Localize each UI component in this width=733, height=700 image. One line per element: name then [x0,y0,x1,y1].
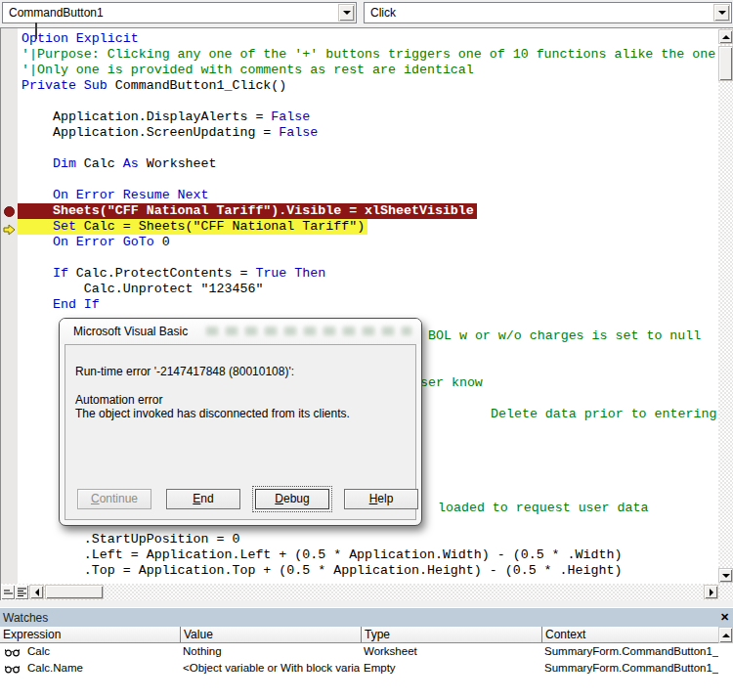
code-line[interactable]: Application.ScreenUpdating = False [18,125,318,141]
event-dropdown[interactable]: Click [364,2,732,23]
watch-cell: Calc.Name [27,662,179,677]
current-statement-arrow-icon [3,222,16,240]
horizontal-scrollbar[interactable] [1,584,733,600]
code-line[interactable]: On Error GoTo 0 [18,235,170,250]
column-header-type: Type [362,627,542,642]
watch-cell: Empty [364,662,540,677]
continue-button[interactable]: Continue [77,489,151,509]
code-line[interactable]: Private Sub CommandButton1_Click() [18,78,286,94]
error-code-text: Run-time error '-2147417848 (80010108)': [75,365,294,378]
vertical-scrollbar[interactable] [718,28,733,584]
help-button[interactable]: Help [344,489,418,509]
code-line[interactable]: '|Purpose: Clicking any one of the '+' b… [18,47,715,63]
watches-list: CalcNothingWorksheetSummaryForm.CommandB… [0,644,718,700]
watch-row[interactable]: CalcNothingWorksheetSummaryForm.CommandB… [0,644,718,661]
code-line[interactable]: Set Calc = Sheets("CFF National Tariff") [18,219,367,235]
arrow-up-icon [722,35,730,39]
dialog-content: Run-time error '-2147417848 (80010108)':… [65,344,416,520]
error-dialog: Microsoft Visual Basic Run-time error '-… [59,318,422,526]
column-header-context: Context [542,627,718,642]
code-comment-fragment: loaded to request user data [438,501,648,516]
breakpoint-indicator-icon[interactable] [4,206,15,217]
procedure-view-icon [4,589,13,596]
breakpoint-margin[interactable] [1,28,18,584]
end-button[interactable]: End [166,489,240,509]
error-message-line1: Automation error [75,393,162,407]
scroll-down-button[interactable] [718,568,733,583]
watch-glasses-icon [5,648,20,657]
code-line[interactable]: Application.DisplayAlerts = False [18,109,310,125]
code-line[interactable]: '|Only one is provided with comments as … [18,63,474,78]
event-dropdown-button[interactable] [713,4,730,22]
watches-scroll-up-button[interactable] [718,627,733,643]
code-line[interactable]: On Error Resume Next [18,188,209,203]
text-caret [35,22,37,39]
watch-row[interactable]: Calc.Name<Object variable or With block … [0,661,718,678]
close-icon[interactable]: ✕ [717,610,732,625]
code-line[interactable]: Sheets("CFF National Tariff").Visible = … [18,203,477,219]
dialog-title: Microsoft Visual Basic [73,325,188,338]
arrow-up-icon [722,634,730,637]
full-module-view-icon [18,588,26,596]
watches-panel: Watches ✕ Expression Value Type Context … [0,607,733,700]
watch-glasses-icon [5,665,20,674]
object-dropdown[interactable]: CommandButton1 [2,2,357,23]
code-comment-fragment: ser know [420,375,483,391]
horizontal-scrollbar-thumb[interactable] [45,585,104,599]
code-line[interactable]: Dim Calc As Worksheet [18,156,217,172]
watch-cell: Calc [27,645,179,660]
code-comment-fragment: BOL w or w/o charges is set to null [428,328,701,344]
arrow-down-icon [722,574,730,578]
scroll-left-button[interactable] [29,585,44,599]
scroll-right-button[interactable] [704,585,718,599]
glass-blur-decoration [206,327,411,335]
object-dropdown-value: CommandButton1 [9,6,104,20]
arrow-left-icon [35,589,39,596]
chevron-down-icon [343,11,351,15]
arrow-right-icon [710,589,713,596]
code-line[interactable]: If Calc.ProtectContents = True Then [18,266,325,282]
dialog-titlebar[interactable]: Microsoft Visual Basic [60,319,421,344]
column-header-value: Value [181,627,362,642]
watch-cell: Nothing [183,645,360,660]
vertical-scrollbar-thumb[interactable] [718,46,733,81]
chevron-down-icon [718,11,726,15]
procedure-view-button[interactable] [1,585,15,599]
code-line[interactable]: .Top = Application.Top + (0.5 * Applicat… [18,563,622,579]
column-header-expression: Expression [0,627,181,642]
code-line[interactable]: Calc.Unprotect "123456" [18,282,263,297]
debug-button[interactable]: Debug [255,489,329,509]
vba-editor-window: CommandButton1 Click Option Explicit'|Pu… [0,0,733,700]
watches-header-row: Expression Value Type Context [0,627,718,643]
scroll-up-button[interactable] [718,29,733,44]
event-dropdown-value: Click [370,6,396,20]
watch-cell: SummaryForm.CommandButton1_Click [544,662,718,677]
watches-titlebar: Watches ✕ [0,607,733,627]
full-module-view-button[interactable] [15,585,28,599]
watches-title: Watches [3,611,48,625]
code-line[interactable]: End If [18,297,100,313]
code-line[interactable]: .StartUpPosition = 0 [18,532,239,547]
watch-cell: Worksheet [364,645,540,660]
object-dropdown-button[interactable] [338,4,355,22]
watch-cell: SummaryForm.CommandButton1_Click [544,645,718,660]
watch-cell: <Object variable or With block variable [183,662,360,677]
code-comment-fragment: Delete data prior to entering new data [491,407,718,422]
code-line[interactable]: .Left = Application.Left + (0.5 * Applic… [18,547,622,563]
error-message-line2: The object invoked has disconnected from… [75,407,350,420]
